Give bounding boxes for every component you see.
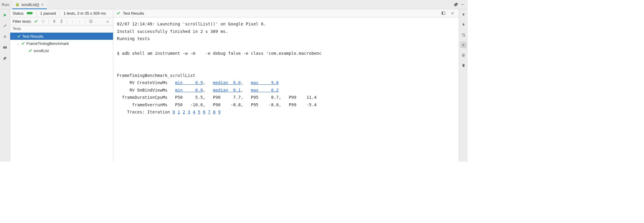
check-icon (28, 48, 32, 53)
trace-link[interactable]: 7 (208, 110, 210, 114)
minimize-icon[interactable] (459, 1, 466, 8)
scroll-up-icon[interactable] (460, 11, 467, 18)
trace-link[interactable]: 8 (213, 110, 215, 114)
print-icon[interactable] (460, 52, 467, 58)
tab-close-icon[interactable]: ✕ (41, 3, 44, 7)
wrench-icon[interactable] (2, 22, 8, 29)
play-icon[interactable] (2, 12, 8, 18)
metric-link[interactable]: median 6.0 (213, 80, 241, 85)
console-action-rail (459, 9, 468, 162)
more-icon[interactable]: » (105, 18, 111, 24)
pin-icon[interactable] (2, 55, 8, 61)
trash-icon[interactable] (460, 62, 467, 69)
status-bar: Status 1 passed 1 tests, 3 m 35 s 309 ms (10, 9, 113, 17)
tests-header: Tests (10, 25, 113, 33)
filter-bar: Filter tests: ↑ ↓ (10, 17, 113, 25)
tree-root-test-results[interactable]: ⌄ Test Results (10, 33, 113, 40)
gear-icon[interactable] (453, 1, 459, 8)
console-output[interactable]: 02/07 12:14:49: Launching 'scrollList()'… (113, 17, 459, 162)
check-icon (21, 41, 25, 45)
status-summary: 1 tests, 3 m 35 s 309 ms (64, 11, 106, 16)
collapse-all-icon[interactable] (58, 18, 64, 24)
metric-link[interactable]: min 0.0 (175, 88, 203, 92)
stop-icon[interactable] (2, 33, 8, 40)
wrap-icon[interactable] (460, 31, 467, 38)
filter-ignored-icon[interactable] (40, 18, 46, 24)
svg-point-0 (17, 3, 17, 3)
svg-rect-8 (53, 21, 55, 21)
trace-link[interactable]: 5 (198, 110, 200, 114)
status-label: Status (13, 11, 24, 16)
run-tab-scrolllist[interactable]: scrollList() ✕ (12, 0, 46, 9)
svg-rect-5 (5, 46, 7, 48)
arrow-down-icon[interactable]: ↓ (77, 18, 83, 24)
metric-link[interactable]: max 0.2 (251, 88, 279, 92)
close-icon[interactable] (449, 10, 456, 16)
test-tree: ⌄ Test Results ⌄ FrameTimingBenchmark sc… (10, 33, 113, 162)
svg-rect-3 (4, 35, 6, 38)
svg-rect-4 (3, 46, 5, 48)
trace-link[interactable]: 2 (183, 110, 185, 114)
svg-rect-12 (442, 12, 443, 14)
history-icon[interactable] (88, 18, 94, 24)
tree-root-label: Test Results (22, 34, 43, 39)
metric-link[interactable]: max 9.8 (251, 80, 279, 85)
svg-point-1 (18, 3, 18, 3)
trace-link[interactable]: 3 (188, 110, 190, 114)
scroll-end-icon[interactable] (460, 42, 467, 48)
layout-horizontal-icon[interactable] (2, 44, 8, 51)
run-tab-title: scrollList() (21, 2, 39, 7)
trace-link[interactable]: 4 (193, 110, 195, 114)
arrow-up-icon[interactable]: ↑ (70, 18, 76, 24)
android-icon (15, 2, 19, 7)
left-action-rail (0, 9, 10, 162)
breadcrumb-bar: Test Results (113, 9, 459, 17)
tree-test-label: scrollList (34, 48, 49, 53)
tree-benchmark-label: FrameTimingBenchmark (26, 41, 69, 46)
chevron-down-icon: ⌄ (16, 42, 20, 45)
trace-link[interactable]: 9 (218, 110, 220, 114)
svg-line-7 (42, 20, 44, 22)
check-icon (17, 34, 21, 38)
metric-link[interactable]: median 0.1 (213, 88, 241, 92)
expand-all-icon[interactable] (51, 18, 57, 24)
layout-icon[interactable] (440, 10, 447, 16)
svg-rect-9 (60, 21, 62, 21)
metric-link[interactable]: min 0.9 (175, 80, 203, 85)
check-icon (116, 11, 121, 15)
trace-link[interactable]: 1 (177, 110, 180, 114)
top-tab-bar: Run: scrollList() ✕ (0, 0, 468, 9)
chevron-down-icon: ⌄ (12, 35, 16, 38)
status-pill-icon (27, 12, 33, 14)
breadcrumb-label: Test Results (123, 11, 144, 16)
status-passed: 1 passed (40, 11, 56, 16)
tree-test-row[interactable]: scrollList (10, 47, 113, 54)
filter-label: Filter tests: (13, 19, 32, 24)
filter-passed-icon[interactable] (33, 18, 39, 24)
trace-link[interactable]: 6 (203, 110, 205, 114)
tree-benchmark-row[interactable]: ⌄ FrameTimingBenchmark (10, 40, 113, 47)
scroll-down-icon[interactable] (460, 21, 467, 28)
svg-rect-2 (461, 4, 464, 4)
run-label: Run: (2, 2, 10, 7)
test-tree-pane: Status 1 passed 1 tests, 3 m 35 s 309 ms… (10, 9, 113, 162)
trace-link[interactable]: 0 (172, 110, 175, 114)
